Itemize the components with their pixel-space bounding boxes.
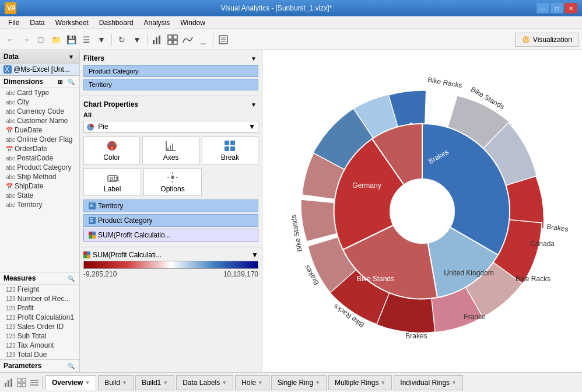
menu-data[interactable]: Data [25, 18, 49, 28]
refresh-dropdown[interactable]: ▼ [130, 33, 144, 47]
tab-data-labels[interactable]: Data Labels ▼ [176, 375, 233, 390]
menu-bar: File Data Worksheet Dashboard Analysis W… [0, 16, 582, 29]
svg-rect-62 [22, 379, 26, 382]
dim-territory[interactable]: abcTerritory [0, 200, 79, 209]
axes-button[interactable]: Axes [142, 136, 199, 164]
maximize-button[interactable]: □ [551, 3, 563, 13]
bottom-bar-icon2[interactable] [15, 376, 28, 389]
new-button[interactable]: □ [34, 33, 48, 47]
bottom-bar-icon1[interactable] [2, 376, 15, 389]
dim-product-category[interactable]: abcProduct Category [0, 163, 79, 172]
dim-online-order-flag[interactable]: abcOnline Order Flag [0, 135, 79, 144]
dim-currency-code[interactable]: abcCurrency Code [0, 107, 79, 116]
shelf-product-category[interactable]: ≡ Product Category [83, 214, 258, 227]
tab-build1[interactable]: Build1 ▼ [135, 375, 174, 390]
chart-type-dropdown[interactable]: Pie ▼ [83, 121, 258, 133]
svg-rect-8 [173, 40, 177, 44]
left-panel: Data ▼ X @Ms-Excel [Unt... Dimensions ⊞ … [0, 50, 80, 372]
svg-rect-38 [92, 235, 96, 239]
dimensions-grid-btn[interactable]: ⊞ [55, 77, 65, 86]
color-button[interactable]: Color [83, 136, 140, 164]
menu-analysis[interactable]: Analysis [139, 18, 175, 28]
visualization-button[interactable]: VA Visualization [515, 33, 579, 47]
color-min: -9,285,210 [83, 270, 117, 278]
color-btn-label: Color [103, 153, 120, 162]
dim-state[interactable]: abcState [0, 191, 79, 200]
svg-rect-36 [92, 232, 96, 235]
label-button[interactable]: abc Label [83, 168, 141, 196]
tab-build[interactable]: Build ▼ [98, 375, 134, 390]
measures-label: Measures [3, 274, 36, 282]
svg-rect-60 [10, 379, 12, 387]
measures-search-btn[interactable]: 🔍 [66, 274, 76, 283]
save-button[interactable]: 💾 [64, 33, 78, 47]
svg-point-18 [111, 147, 113, 149]
tab-multiple-rings[interactable]: Multiple Rings ▼ [328, 375, 392, 390]
svg-point-43 [390, 179, 454, 243]
dim-card-type[interactable]: abcCard Type [0, 88, 79, 97]
dim-city[interactable]: abcCity [0, 97, 79, 107]
chart-props-menu-btn[interactable]: ▼ [249, 100, 258, 109]
svg-rect-63 [17, 383, 21, 387]
tab-single-ring[interactable]: Single Ring ▼ [271, 375, 327, 390]
svg-rect-40 [87, 251, 90, 255]
menu-worksheet[interactable]: Worksheet [51, 18, 93, 28]
measure-profit[interactable]: 123Profit [0, 303, 79, 313]
dropdown-sort[interactable]: ▼ [94, 33, 108, 47]
dim-orderdate[interactable]: 📅OrderDate [0, 144, 79, 153]
close-button[interactable]: ✕ [565, 3, 577, 13]
svg-text:VA: VA [7, 4, 15, 12]
filters-menu-btn[interactable]: ▼ [249, 54, 258, 63]
measure-sales-order[interactable]: 123Sales Order ID [0, 322, 79, 331]
options-button[interactable]: Options [143, 168, 201, 196]
tab-overview[interactable]: Overview ▼ [45, 375, 96, 390]
wave-button[interactable] [181, 33, 195, 47]
refresh-button[interactable]: ↻ [115, 33, 129, 47]
dim-shipdate[interactable]: 📅ShipDate [0, 181, 79, 191]
shelf-territory-label: Territory [98, 202, 123, 210]
svg-rect-7 [168, 40, 172, 44]
svg-rect-6 [173, 35, 177, 39]
filters-section: Filters ▼ Product Category Territory [80, 50, 262, 96]
measure-number-rec[interactable]: 123Number of Rec... [0, 294, 79, 303]
minimize-button[interactable]: — [537, 3, 549, 13]
dim-customer-name[interactable]: abcCustomer Name [0, 116, 79, 125]
measure-total-due[interactable]: 123Total Due [0, 350, 79, 359]
break-button[interactable]: Break [202, 136, 258, 164]
panel-menu-btn[interactable]: ▼ [66, 52, 76, 61]
sort-button[interactable]: ☰ [79, 33, 93, 47]
forward-button[interactable]: → [19, 33, 33, 47]
filter-product-category[interactable]: Product Category [83, 65, 258, 77]
shelf-measure[interactable]: SUM(Profit Calculatio... [83, 229, 258, 242]
menu-file[interactable]: File [3, 18, 24, 28]
map-button[interactable] [216, 33, 230, 47]
bottom-bar-icon3[interactable] [28, 376, 41, 389]
tab-hole[interactable]: Hole ▼ [235, 375, 269, 390]
filter-territory[interactable]: Territory [83, 79, 258, 90]
shelf-territory[interactable]: ≡ Territory [83, 200, 258, 212]
measure-freight[interactable]: 123Freight [0, 285, 79, 294]
dim-postalcode[interactable]: abcPostalCode [0, 153, 79, 163]
middle-panel: Filters ▼ Product Category Territory Cha… [80, 50, 262, 372]
params-search-btn[interactable]: 🔍 [66, 361, 76, 370]
menu-dashboard[interactable]: Dashboard [94, 18, 138, 28]
measure-sub-total[interactable]: 123Sub Total [0, 331, 79, 341]
export-button[interactable]: ⎯ [196, 33, 210, 47]
toolbar-sep-3 [213, 34, 213, 46]
bar-chart-button[interactable] [150, 33, 164, 47]
svg-text:Germany: Germany [352, 181, 381, 190]
dim-ship-method[interactable]: abcShip Method [0, 172, 79, 181]
tab-individual-rings[interactable]: Individual Rings ▼ [394, 375, 463, 390]
dim-duedate[interactable]: 📅DueDate [0, 125, 79, 135]
back-button[interactable]: ← [3, 33, 17, 47]
measure-tax-amount[interactable]: 123Tax Amount [0, 341, 79, 350]
measure-profit-calc[interactable]: 123Profit Calculation1 [0, 313, 79, 322]
open-button[interactable]: 📁 [49, 33, 63, 47]
svg-rect-25 [230, 141, 235, 145]
dimensions-search-btn[interactable]: 🔍 [66, 77, 76, 86]
sunburst-chart: Bike Racks Bike Stands Brakes Canada Bik… [276, 65, 568, 357]
colorbar-menu[interactable]: ▼ [251, 251, 258, 259]
menu-window[interactable]: Window [176, 18, 210, 28]
grid-button[interactable] [166, 33, 180, 47]
data-source-row[interactable]: X @Ms-Excel [Unt... [0, 64, 79, 76]
